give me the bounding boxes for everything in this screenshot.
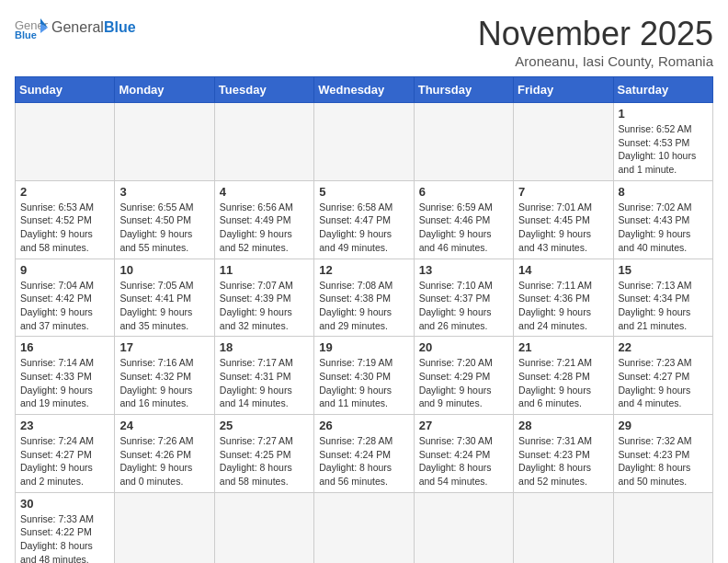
day-info: Sunrise: 7:11 AM Sunset: 4:36 PM Dayligh…	[518, 279, 608, 333]
day-info: Sunrise: 6:52 AM Sunset: 4:53 PM Dayligh…	[619, 122, 708, 177]
day-number: 27	[419, 419, 508, 432]
day-number: 22	[619, 340, 708, 354]
weekday-header: Monday	[115, 77, 214, 103]
day-info: Sunrise: 7:32 AM Sunset: 4:23 PM Dayligh…	[619, 434, 708, 488]
day-info: Sunrise: 7:23 AM Sunset: 4:27 PM Dayligh…	[619, 356, 708, 410]
day-info: Sunrise: 7:02 AM Sunset: 4:43 PM Dayligh…	[619, 201, 708, 255]
day-info: Sunrise: 7:33 AM Sunset: 4:22 PM Dayligh…	[20, 512, 109, 563]
calendar-week-row: 16Sunrise: 7:14 AM Sunset: 4:33 PM Dayli…	[16, 337, 713, 415]
calendar-cell: 3Sunrise: 6:55 AM Sunset: 4:50 PM Daylig…	[115, 180, 214, 259]
day-number: 30	[20, 497, 109, 511]
month-title: November 2025	[478, 15, 713, 53]
weekday-header: Sunday	[16, 77, 115, 103]
day-info: Sunrise: 7:14 AM Sunset: 4:33 PM Dayligh…	[20, 356, 109, 410]
day-info: Sunrise: 6:59 AM Sunset: 4:46 PM Dayligh…	[419, 201, 508, 255]
weekday-header: Thursday	[414, 77, 513, 103]
day-info: Sunrise: 7:24 AM Sunset: 4:27 PM Dayligh…	[20, 434, 109, 488]
day-info: Sunrise: 7:17 AM Sunset: 4:31 PM Dayligh…	[220, 356, 309, 410]
header: General Blue GeneralBlue November 2025 A…	[15, 15, 713, 69]
day-number: 17	[119, 340, 209, 354]
calendar-week-row: 1Sunrise: 6:52 AM Sunset: 4:53 PM Daylig…	[16, 103, 713, 181]
weekday-header: Wednesday	[314, 77, 414, 103]
day-info: Sunrise: 7:05 AM Sunset: 4:41 PM Dayligh…	[119, 279, 209, 333]
calendar-table: SundayMondayTuesdayWednesdayThursdayFrid…	[15, 76, 713, 563]
calendar-week-row: 9Sunrise: 7:04 AM Sunset: 4:42 PM Daylig…	[16, 259, 713, 337]
calendar-cell: 22Sunrise: 7:23 AM Sunset: 4:27 PM Dayli…	[613, 337, 712, 415]
day-number: 11	[220, 263, 309, 277]
day-number: 24	[119, 419, 209, 432]
day-info: Sunrise: 7:08 AM Sunset: 4:38 PM Dayligh…	[319, 279, 408, 333]
calendar-cell: 14Sunrise: 7:11 AM Sunset: 4:36 PM Dayli…	[514, 259, 613, 337]
day-number: 5	[319, 185, 408, 199]
calendar-cell: 4Sunrise: 6:56 AM Sunset: 4:49 PM Daylig…	[214, 180, 313, 259]
day-info: Sunrise: 7:27 AM Sunset: 4:25 PM Dayligh…	[220, 434, 309, 488]
svg-text:Blue: Blue	[15, 29, 37, 40]
day-info: Sunrise: 7:10 AM Sunset: 4:37 PM Dayligh…	[419, 279, 508, 333]
day-number: 29	[619, 419, 708, 432]
logo-general: General	[51, 19, 104, 35]
day-number: 25	[220, 419, 309, 432]
day-number: 2	[20, 185, 109, 199]
day-number: 9	[20, 263, 109, 277]
calendar-cell: 26Sunrise: 7:28 AM Sunset: 4:24 PM Dayli…	[314, 415, 414, 493]
day-number: 16	[20, 340, 109, 354]
calendar-cell: 24Sunrise: 7:26 AM Sunset: 4:26 PM Dayli…	[115, 415, 214, 493]
calendar-cell	[514, 103, 613, 181]
calendar-cell	[414, 492, 513, 563]
calendar-cell	[214, 103, 313, 181]
calendar-cell	[16, 103, 115, 181]
calendar-header-row: SundayMondayTuesdayWednesdayThursdayFrid…	[16, 77, 713, 103]
day-info: Sunrise: 6:53 AM Sunset: 4:52 PM Dayligh…	[20, 201, 109, 255]
calendar-cell: 1Sunrise: 6:52 AM Sunset: 4:53 PM Daylig…	[613, 103, 712, 181]
day-info: Sunrise: 7:26 AM Sunset: 4:26 PM Dayligh…	[119, 434, 209, 488]
day-number: 4	[220, 185, 309, 199]
day-number: 21	[518, 340, 608, 354]
calendar-cell: 20Sunrise: 7:20 AM Sunset: 4:29 PM Dayli…	[414, 337, 513, 415]
day-info: Sunrise: 7:20 AM Sunset: 4:29 PM Dayligh…	[419, 356, 508, 410]
calendar-cell: 29Sunrise: 7:32 AM Sunset: 4:23 PM Dayli…	[613, 415, 712, 493]
calendar-cell: 16Sunrise: 7:14 AM Sunset: 4:33 PM Dayli…	[16, 337, 115, 415]
title-area: November 2025 Aroneanu, Iasi County, Rom…	[478, 15, 713, 69]
calendar-cell: 21Sunrise: 7:21 AM Sunset: 4:28 PM Dayli…	[514, 337, 613, 415]
calendar-cell: 6Sunrise: 6:59 AM Sunset: 4:46 PM Daylig…	[414, 180, 513, 259]
day-number: 28	[518, 419, 608, 432]
logo: General Blue GeneralBlue	[15, 15, 136, 40]
day-info: Sunrise: 7:19 AM Sunset: 4:30 PM Dayligh…	[319, 356, 408, 410]
day-info: Sunrise: 6:55 AM Sunset: 4:50 PM Dayligh…	[119, 201, 209, 255]
calendar-cell: 18Sunrise: 7:17 AM Sunset: 4:31 PM Dayli…	[214, 337, 313, 415]
day-number: 10	[119, 263, 209, 277]
day-number: 23	[20, 419, 109, 432]
day-number: 19	[319, 340, 408, 354]
day-info: Sunrise: 6:56 AM Sunset: 4:49 PM Dayligh…	[220, 201, 309, 255]
calendar-cell	[314, 492, 414, 563]
calendar-cell: 27Sunrise: 7:30 AM Sunset: 4:24 PM Dayli…	[414, 415, 513, 493]
day-info: Sunrise: 7:28 AM Sunset: 4:24 PM Dayligh…	[319, 434, 408, 488]
calendar-cell: 19Sunrise: 7:19 AM Sunset: 4:30 PM Dayli…	[314, 337, 414, 415]
day-number: 18	[220, 340, 309, 354]
calendar-cell: 28Sunrise: 7:31 AM Sunset: 4:23 PM Dayli…	[514, 415, 613, 493]
calendar-cell	[314, 103, 414, 181]
calendar-cell: 13Sunrise: 7:10 AM Sunset: 4:37 PM Dayli…	[414, 259, 513, 337]
day-number: 12	[319, 263, 408, 277]
calendar-cell	[414, 103, 513, 181]
calendar-cell: 9Sunrise: 7:04 AM Sunset: 4:42 PM Daylig…	[16, 259, 115, 337]
calendar-cell: 2Sunrise: 6:53 AM Sunset: 4:52 PM Daylig…	[16, 180, 115, 259]
calendar-cell	[115, 103, 214, 181]
day-number: 3	[119, 185, 209, 199]
calendar-week-row: 23Sunrise: 7:24 AM Sunset: 4:27 PM Dayli…	[16, 415, 713, 493]
calendar-cell: 30Sunrise: 7:33 AM Sunset: 4:22 PM Dayli…	[16, 492, 115, 563]
calendar-cell	[115, 492, 214, 563]
day-number: 15	[619, 263, 708, 277]
weekday-header: Friday	[514, 77, 613, 103]
calendar-cell: 10Sunrise: 7:05 AM Sunset: 4:41 PM Dayli…	[115, 259, 214, 337]
calendar-cell: 25Sunrise: 7:27 AM Sunset: 4:25 PM Dayli…	[214, 415, 313, 493]
day-number: 13	[419, 263, 508, 277]
day-info: Sunrise: 7:04 AM Sunset: 4:42 PM Dayligh…	[20, 279, 109, 333]
day-info: Sunrise: 7:07 AM Sunset: 4:39 PM Dayligh…	[220, 279, 309, 333]
day-number: 26	[319, 419, 408, 432]
weekday-header: Tuesday	[214, 77, 313, 103]
logo-blue: Blue	[104, 19, 136, 35]
day-info: Sunrise: 7:21 AM Sunset: 4:28 PM Dayligh…	[518, 356, 608, 410]
calendar-cell	[514, 492, 613, 563]
logo-svg: General Blue	[15, 15, 48, 40]
